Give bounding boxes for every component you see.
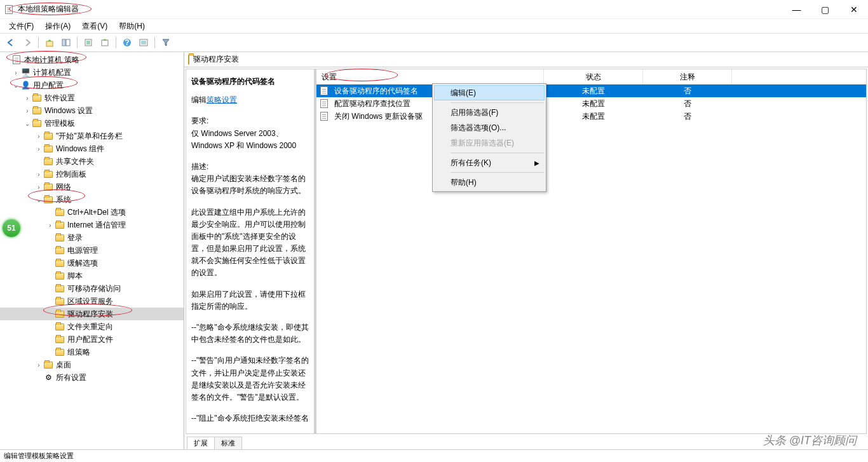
requirements-text: 仅 Windows Server 2003、Windows XP 和 Windo… [191,128,309,152]
description-p4: --"忽略"命令系统继续安装，即使其中包含未经签名的文件也是如此。 [191,322,309,346]
tab-extended[interactable]: 扩展 [187,437,215,449]
folder-icon [55,233,65,243]
svg-rect-0 [46,41,53,46]
folder-icon [55,220,65,230]
tree-locale-services[interactable]: 区域设置服务 [0,295,184,308]
tree-control-panel[interactable]: ›控制面板 [0,168,184,180]
tree-ctrl-alt-del[interactable]: Ctrl+Alt+Del 选项 [0,206,184,219]
tree-label: 计算机配置 [33,67,71,78]
folder-icon [43,144,53,154]
settings-icon: ⚙ [43,372,53,383]
tree-desktop[interactable]: ›桌面 [0,358,184,371]
folder-icon [43,360,53,370]
tree-mitigation[interactable]: 缓解选项 [0,257,184,269]
folder-icon [43,156,53,166]
menu-action[interactable]: 操作(A) [40,20,76,33]
tree-user-config[interactable]: ⌄👤用户配置 [0,79,184,92]
col-setting[interactable]: 设置 [316,69,544,84]
export-button[interactable] [98,36,112,50]
back-button[interactable] [4,36,18,50]
menubar: 文件(F) 操作(A) 查看(V) 帮助(H) [0,19,868,33]
list-row[interactable]: 配置驱动程序查找位置 未配置 否 [316,97,866,110]
tree-admin-templates[interactable]: ⌄管理模板 [0,117,184,130]
tree-start-menu[interactable]: ›"开始"菜单和任务栏 [0,130,184,142]
forward-button[interactable] [20,36,34,50]
ctx-label: 帮助(H) [451,177,477,188]
tree-folder-redirect[interactable]: 文件夹重定向 [0,320,184,333]
minimize-button[interactable]: — [782,0,811,19]
menu-view[interactable]: 查看(V) [77,20,112,33]
edit-prefix: 编辑 [191,95,207,104]
tree-removable-storage[interactable]: 可移动存储访问 [0,282,184,295]
col-comment[interactable]: 注释 [643,69,732,84]
tree-group-policy[interactable]: 组策略 [0,346,184,358]
list-row[interactable]: 关闭 Windows 更新设备驱 未配置 否 [316,110,866,123]
detail-header: 驱动程序安装 [184,52,868,67]
edit-policy-link[interactable]: 策略设置 [207,95,237,104]
tree-pane[interactable]: 本地计算机 策略 ›🖥️计算机配置 ⌄👤用户配置 ›软件设置 ›Windows … [0,52,184,449]
tree-network[interactable]: ›网络 [0,180,184,193]
folder-icon [55,296,65,306]
menu-help[interactable]: 帮助(H) [114,20,150,33]
tree-root[interactable]: 本地计算机 策略 [0,53,184,66]
ctx-enable-filter[interactable]: 启用筛选器(F) [434,105,545,120]
ctx-filter-options[interactable]: 筛选器选项(O)... [434,120,545,135]
maximize-button[interactable]: ▢ [811,0,839,19]
context-menu: 编辑(E) 启用筛选器(F) 筛选器选项(O)... 重新应用筛选器(E) 所有… [432,83,546,192]
up-button[interactable] [43,36,57,50]
close-button[interactable]: ✕ [839,0,868,19]
toolbar: ? [0,33,868,52]
ctx-all-tasks[interactable]: 所有任务(K)▶ [434,155,545,170]
tree-software-settings[interactable]: ›软件设置 [0,92,184,104]
tree-driver-install[interactable]: 驱动程序安装 [0,308,184,320]
tree-label: Ctrl+Alt+Del 选项 [67,207,126,218]
tree-scripts[interactable]: 脚本 [0,269,184,282]
tree-label: Internet 通信管理 [67,220,126,231]
tree-label: 桌面 [56,360,71,370]
tree-user-profiles[interactable]: 用户配置文件 [0,333,184,346]
tree-windows-settings[interactable]: ›Windows 设置 [0,104,184,117]
annotation-badge: 51 [3,219,20,237]
menu-file[interactable]: 文件(F) [4,20,39,33]
tree-shared-folders[interactable]: 共享文件夹 [0,155,184,168]
cell-comment: 否 [643,111,732,122]
details-button[interactable] [137,36,151,50]
folder-icon [43,182,53,192]
col-state[interactable]: 状态 [544,69,643,84]
tree-label: 软件设置 [44,93,75,104]
filter-button[interactable] [159,36,173,50]
ctx-separator [451,102,544,103]
tree-label: 网络 [56,182,71,193]
setting-icon [319,99,329,108]
folder-icon [55,245,65,255]
help-button[interactable]: ? [120,36,134,50]
tree-all-settings[interactable]: ⚙所有设置 [0,371,184,384]
tree-label: 共享文件夹 [56,156,94,167]
tree-internet-comm[interactable]: ›Internet 通信管理 [0,219,184,231]
tree-power-mgmt[interactable]: 电源管理 [0,244,184,257]
tree-logon[interactable]: 登录 [0,231,184,244]
ctx-separator [451,153,544,153]
tree-label: 系统 [56,194,71,205]
list-row[interactable]: 设备驱动程序的代码签名 未配置 否 [316,85,866,97]
folder-icon [32,105,42,116]
properties-button[interactable] [81,36,95,50]
tree-system[interactable]: ⌄系统 [0,193,184,206]
user-icon: 👤 [20,80,31,90]
ctx-label: 所有任务(K) [451,158,491,168]
tree-label: 脚本 [67,271,83,282]
ctx-edit[interactable]: 编辑(E) [434,85,545,100]
tree-computer-config[interactable]: ›🖥️计算机配置 [0,66,184,79]
list-header: 设置 状态 注释 [316,69,866,85]
folder-icon [55,207,65,217]
tree-label: Windows 组件 [56,144,104,154]
window-controls: — ▢ ✕ [782,0,868,19]
ctx-help[interactable]: 帮助(H) [434,175,545,190]
show-hide-tree-button[interactable] [59,36,73,50]
tab-standard[interactable]: 标准 [214,437,242,449]
cell-state: 未配置 [544,86,643,97]
tree-win-components[interactable]: ›Windows 组件 [0,142,184,155]
description-p6: --"阻止"命令系统拒绝安装未经签名 [191,412,309,425]
setting-icon [319,112,329,121]
folder-icon [43,194,53,205]
